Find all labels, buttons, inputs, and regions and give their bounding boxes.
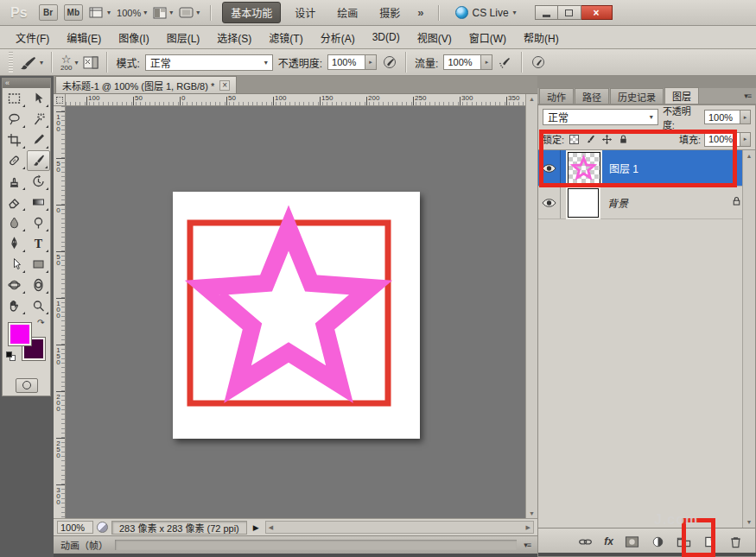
tool-brush-selected[interactable] (27, 150, 51, 171)
tool-path-selection[interactable] (3, 254, 27, 275)
opacity-input[interactable]: 100% (327, 54, 365, 70)
menu-filter[interactable]: 滤镜(T) (260, 30, 311, 45)
scroll-right-icon[interactable]: ▶ (526, 524, 530, 531)
menu-window[interactable]: 窗口(W) (461, 30, 515, 45)
vertical-ruler[interactable]: 100 50 0 50 100 150 200 250 300 350 (54, 106, 66, 518)
brush-preset-picker[interactable]: ☆ 200 ▾ (60, 54, 78, 72)
layer-opacity-field[interactable]: 100% (704, 110, 740, 124)
layers-scrollbar[interactable]: ▲ ▼ (742, 150, 755, 528)
tool-crop[interactable] (3, 130, 27, 150)
tool-spot-healing-brush[interactable] (3, 150, 27, 171)
tablet-size-button[interactable] (530, 55, 546, 69)
workspace-essentials[interactable]: 基本功能 (222, 2, 281, 23)
layer-opacity-slider-button[interactable]: ▸ (740, 110, 751, 124)
animation-panel-bar[interactable]: 动画（帧） ▾≡ (54, 535, 537, 554)
layer-row-background[interactable]: 背景 (538, 187, 755, 219)
layer-style-button[interactable]: fx (604, 535, 613, 548)
visibility-toggle[interactable] (538, 187, 561, 218)
document-canvas[interactable] (173, 192, 420, 439)
menu-analysis[interactable]: 分析(A) (312, 30, 364, 45)
tool-zoom[interactable] (27, 295, 51, 316)
link-layers-button[interactable] (578, 535, 593, 548)
document-info[interactable]: 283 像素 x 283 像素 (72 ppi) (111, 521, 247, 535)
menu-image[interactable]: 图像(I) (110, 30, 157, 45)
canvas-area[interactable] (66, 106, 525, 518)
document-tab[interactable]: 未标题-1 @ 100% (图层 1, RGB/8) * × (55, 76, 237, 93)
tool-history-brush[interactable] (27, 171, 51, 192)
tool-eyedropper[interactable] (27, 130, 51, 150)
horizontal-scrollbar[interactable]: ◀ ▶ (265, 521, 534, 534)
delete-layer-button[interactable] (728, 535, 743, 548)
view-extras-button[interactable]: ▾ (89, 7, 111, 19)
tab-paths[interactable]: 路径 (575, 88, 609, 104)
panel-menu-icon[interactable]: ▾≡ (524, 541, 530, 549)
menu-3d[interactable]: 3D(D) (364, 31, 409, 43)
tool-eraser[interactable] (3, 192, 27, 212)
workspace-design[interactable]: 设计 (287, 3, 323, 22)
background-thumbnail[interactable] (568, 188, 599, 218)
zoom-percentage-field[interactable]: 100% (57, 521, 93, 534)
tool-move[interactable] (27, 88, 51, 109)
scroll-down-icon[interactable]: ▼ (746, 519, 753, 525)
add-layer-mask-button[interactable] (625, 535, 639, 548)
tool-rectangle-shape[interactable] (27, 254, 51, 275)
zoom-level-button[interactable]: 100% ▾ (117, 8, 147, 18)
horizontal-ruler[interactable]: 100 50 0 50 100 150 200 250 300 350 4 (66, 94, 525, 106)
screen-mode-button[interactable]: ▾ (179, 7, 200, 18)
opacity-slider-button[interactable]: ▸ (365, 54, 377, 70)
swap-colors-icon[interactable]: ↷ (37, 318, 44, 327)
tool-clone-stamp[interactable] (3, 171, 27, 192)
scroll-left-icon[interactable]: ◀ (269, 524, 273, 531)
menu-file[interactable]: 文件(F) (7, 30, 58, 45)
close-document-icon[interactable]: × (219, 80, 230, 91)
adjustment-layer-button[interactable] (651, 535, 665, 548)
menu-view[interactable]: 视图(V) (409, 30, 461, 45)
mini-bridge-button[interactable]: Mb (64, 4, 83, 21)
menu-layer[interactable]: 图层(L) (158, 30, 209, 45)
scroll-up-icon[interactable]: ▲ (746, 153, 753, 159)
tool-magic-wand[interactable] (27, 109, 51, 130)
tool-gradient[interactable] (27, 192, 51, 212)
tablet-opacity-button[interactable] (382, 55, 397, 69)
foreground-color-swatch[interactable] (9, 323, 31, 345)
workspace-painting[interactable]: 绘画 (329, 3, 365, 22)
tools-panel-header[interactable]: « (3, 79, 50, 88)
menu-select[interactable]: 选择(S) (208, 30, 260, 45)
blend-mode-select[interactable]: 正常 ▾ (145, 54, 273, 71)
cs-live-button[interactable]: CS Live ▾ (455, 6, 517, 19)
tool-hand[interactable] (3, 295, 27, 316)
fill-slider-button[interactable]: ▸ (740, 132, 751, 147)
workspace-photography[interactable]: 摄影 (372, 3, 408, 22)
toggle-brush-panel-button[interactable] (83, 56, 98, 69)
ruler-origin[interactable] (54, 94, 66, 106)
tool-rectangular-marquee[interactable] (3, 88, 27, 109)
default-colors-icon[interactable] (6, 351, 16, 362)
arrange-documents-button[interactable]: ▾ (153, 7, 173, 19)
tool-3d-orbit[interactable] (27, 275, 51, 295)
tool-dodge[interactable] (27, 212, 51, 233)
tool-type[interactable]: T (27, 233, 51, 254)
tool-lasso[interactable] (3, 109, 27, 130)
menu-edit[interactable]: 编辑(E) (58, 30, 110, 45)
menu-help[interactable]: 帮助(H) (515, 30, 568, 45)
status-menu-icon[interactable]: ▶ (251, 523, 262, 532)
panel-menu-icon[interactable]: ▾≡ (744, 92, 756, 104)
close-button[interactable]: × (581, 5, 613, 20)
more-workspaces-icon[interactable]: » (414, 6, 427, 19)
quick-mask-button[interactable] (16, 378, 38, 393)
background-layer-name[interactable]: 背景 (607, 195, 628, 210)
flow-slider-button[interactable]: ▸ (481, 54, 492, 70)
tab-history[interactable]: 历史记录 (610, 88, 664, 104)
scroll-down-icon[interactable]: ▼ (529, 510, 535, 516)
tool-blur[interactable] (3, 212, 27, 233)
bridge-button[interactable]: Br (39, 4, 58, 21)
airbrush-button[interactable] (498, 55, 513, 69)
flow-input[interactable]: 100% (443, 54, 481, 70)
tool-3d-rotate[interactable] (3, 275, 27, 295)
restore-button[interactable] (558, 5, 581, 20)
minimize-button[interactable] (535, 5, 558, 20)
layer-blend-mode-select[interactable]: 正常 ▾ (543, 109, 658, 125)
scroll-up-icon[interactable]: ▲ (529, 96, 535, 102)
drag-grip[interactable] (9, 52, 13, 73)
brush-tool-preset[interactable]: ▾ (18, 54, 43, 70)
